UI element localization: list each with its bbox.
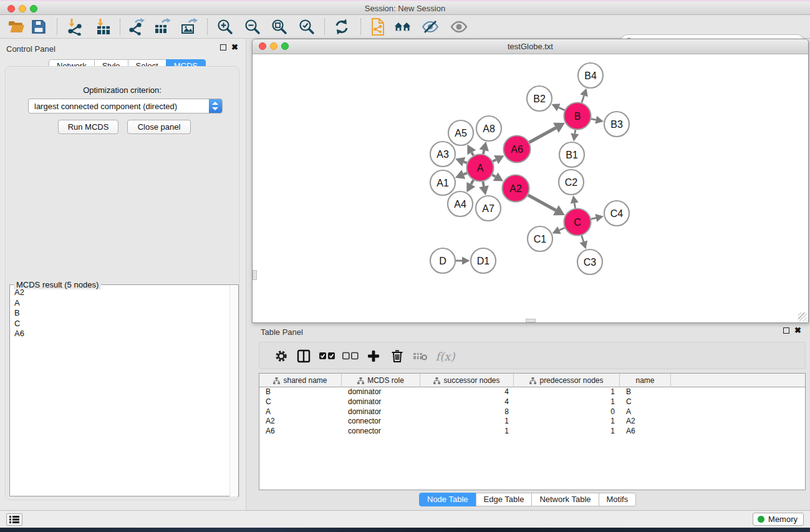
table-cell[interactable]: A6 <box>620 427 671 437</box>
node-A4[interactable]: A4 <box>448 191 473 216</box>
node-A6[interactable]: A6 <box>504 136 531 163</box>
tab-network-table[interactable]: Network Table <box>531 493 599 506</box>
node-D[interactable]: D <box>430 248 455 273</box>
node-A3[interactable]: A3 <box>430 142 455 167</box>
edge-A-A5[interactable] <box>471 152 473 155</box>
result-scrollbar[interactable] <box>229 286 238 496</box>
edge-A-A1[interactable] <box>463 173 467 174</box>
criterion-select[interactable]: largest connected component (directed) <box>28 99 223 114</box>
zoom-fit-icon[interactable] <box>271 18 288 36</box>
result-item[interactable]: A2 <box>10 288 229 298</box>
table-row-A6[interactable]: A6connector11A6 <box>259 427 805 437</box>
edge-A-A6[interactable] <box>493 160 496 162</box>
show-all-eye-icon[interactable] <box>450 18 468 36</box>
column-header-successor-nodes[interactable]: successor nodes <box>420 374 514 387</box>
node-C1[interactable]: C1 <box>528 226 552 251</box>
export-image-icon[interactable] <box>180 18 198 36</box>
edge-A2-C[interactable] <box>528 195 556 210</box>
node-B[interactable]: B <box>564 103 591 130</box>
float-table-panel-icon[interactable] <box>783 327 789 334</box>
column-header-MCDS-role[interactable]: MCDS role <box>342 374 420 387</box>
edge-B-B3[interactable] <box>591 119 596 120</box>
edge-C-C1[interactable] <box>559 228 564 230</box>
close-panel-icon[interactable]: ✖ <box>231 44 238 51</box>
table-cell[interactable]: A <box>259 407 342 417</box>
import-table-icon[interactable] <box>95 18 112 36</box>
node-D1[interactable]: D1 <box>471 248 496 273</box>
split-columns-icon[interactable] <box>294 347 313 365</box>
network-canvas[interactable]: AA1A2A3A4A5A6A7A8BB1B2B3B4CC1C2C3C4DD1 <box>253 54 808 321</box>
edge-A-A4[interactable] <box>471 180 473 185</box>
table-cell[interactable]: B <box>620 387 671 397</box>
new-network-from-selection-icon[interactable] <box>369 18 387 36</box>
close-table-panel-icon[interactable]: ✖ <box>794 327 801 334</box>
table-cell[interactable]: dominator <box>342 397 420 407</box>
column-header-predecessor-nodes[interactable]: predecessor nodes <box>514 374 620 387</box>
node-A7[interactable]: A7 <box>476 196 501 221</box>
table-cell[interactable]: connector <box>342 417 420 427</box>
table-cell[interactable]: connector <box>342 427 420 437</box>
table-cell[interactable]: 1 <box>514 417 620 427</box>
result-item[interactable]: A6 <box>10 329 229 339</box>
table-cell[interactable]: 4 <box>420 397 514 407</box>
table-cell[interactable]: B <box>259 387 342 397</box>
node-C2[interactable]: C2 <box>559 170 584 195</box>
edge-A-A3[interactable] <box>464 162 467 163</box>
save-session-icon[interactable] <box>30 18 47 36</box>
table-cell[interactable]: dominator <box>342 387 420 397</box>
edge-C-C4[interactable] <box>591 218 596 219</box>
import-network-icon[interactable] <box>66 18 84 36</box>
table-cell[interactable]: C <box>259 397 342 407</box>
table-cell[interactable]: dominator <box>342 407 420 417</box>
table-cell[interactable]: C <box>620 397 671 407</box>
task-history-list-icon[interactable] <box>6 513 22 526</box>
canvas-left-handle[interactable] <box>253 270 257 280</box>
edge-B-B2[interactable] <box>559 107 565 110</box>
node-A5[interactable]: A5 <box>448 120 473 145</box>
export-table-icon[interactable] <box>153 18 171 36</box>
edge-C-C3[interactable] <box>582 235 584 241</box>
close-panel-button[interactable]: Close panel <box>127 120 191 134</box>
deselect-all-boxes-icon[interactable] <box>341 347 360 365</box>
open-session-icon[interactable] <box>7 18 24 36</box>
window-resize-grip[interactable] <box>798 312 807 321</box>
zoom-out-icon[interactable] <box>244 18 261 36</box>
table-cell[interactable]: 1 <box>514 427 620 437</box>
table-cell[interactable]: 8 <box>420 407 514 417</box>
node-C4[interactable]: C4 <box>604 201 629 226</box>
tab-node-table[interactable]: Node Table <box>419 493 476 506</box>
node-C3[interactable]: C3 <box>577 249 602 274</box>
edge-A-A7[interactable] <box>483 181 484 186</box>
refresh-icon[interactable] <box>333 18 350 36</box>
add-column-plus-icon[interactable] <box>364 347 383 365</box>
node-A8[interactable]: A8 <box>476 116 501 141</box>
column-header-shared-name[interactable]: shared name <box>259 374 342 387</box>
result-item[interactable]: B <box>10 308 229 319</box>
table-cell[interactable]: 0 <box>514 407 620 417</box>
table-cell[interactable]: A6 <box>259 427 342 437</box>
node-B4[interactable]: B4 <box>578 63 603 88</box>
edge-B-B1[interactable] <box>575 130 576 133</box>
table-row-A[interactable]: Adominator80A <box>259 407 805 417</box>
float-panel-icon[interactable] <box>220 44 226 51</box>
table-cell[interactable]: 1 <box>420 417 514 427</box>
table-cell[interactable]: A2 <box>620 417 671 427</box>
table-cell[interactable]: 4 <box>420 387 514 397</box>
result-item[interactable]: C <box>10 319 229 329</box>
table-cell[interactable]: 1 <box>420 427 514 437</box>
settings-gear-icon[interactable] <box>272 347 291 365</box>
tab-edge-table[interactable]: Edge Table <box>476 493 533 506</box>
table-row-C[interactable]: Cdominator41C <box>259 397 805 407</box>
table-cell[interactable]: 1 <box>514 397 620 407</box>
node-B1[interactable]: B1 <box>559 142 584 167</box>
table-row-A2[interactable]: A2connector11A2 <box>259 417 805 427</box>
houses-icon[interactable] <box>394 18 412 36</box>
tab-motifs[interactable]: Motifs <box>599 493 637 506</box>
table-cell[interactable]: 1 <box>514 387 620 397</box>
table-cell[interactable]: A2 <box>259 417 342 427</box>
result-item[interactable]: A <box>10 298 229 309</box>
table-row-B[interactable]: Bdominator41B <box>259 387 805 397</box>
node-B3[interactable]: B3 <box>604 112 629 137</box>
node-A[interactable]: A <box>467 155 494 181</box>
zoom-in-icon[interactable] <box>216 18 234 36</box>
